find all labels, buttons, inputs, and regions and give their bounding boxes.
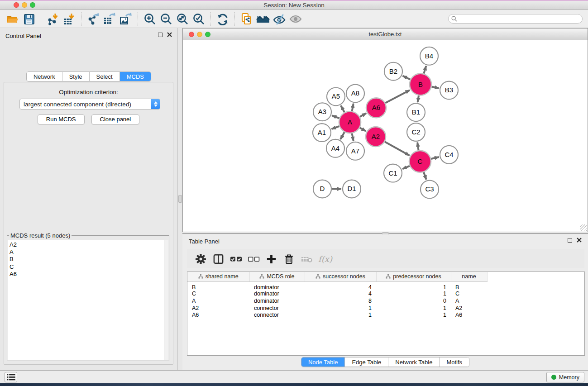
- graph-node-B[interactable]: B: [410, 74, 431, 95]
- graph-node-A7[interactable]: A7: [346, 142, 364, 160]
- column-header-shared-name[interactable]: shared name: [187, 272, 249, 281]
- table-cell[interactable]: 1: [376, 291, 451, 298]
- table-cell[interactable]: dominator: [249, 291, 305, 298]
- graph-edge-B-B1[interactable]: [418, 95, 419, 102]
- graph-edge-A-A6[interactable]: [360, 113, 366, 117]
- run-mcds-button[interactable]: Run MCDS: [38, 114, 85, 124]
- graph-node-D[interactable]: D: [313, 180, 331, 198]
- table-cell[interactable]: A6: [187, 312, 249, 319]
- duplicate-network-button[interactable]: [239, 11, 255, 27]
- table-cell[interactable]: connector: [249, 312, 305, 319]
- search-input[interactable]: [448, 14, 583, 24]
- tab-network-table[interactable]: Network Table: [388, 357, 440, 367]
- table-row[interactable]: Bdominator41B: [187, 281, 584, 291]
- graph-node-C1[interactable]: C1: [384, 164, 402, 182]
- export-table-button[interactable]: [101, 11, 118, 27]
- table-cell[interactable]: 1: [305, 305, 376, 312]
- table-row[interactable]: A6connector11A6: [187, 312, 584, 319]
- mcds-result-scrollbar[interactable]: [164, 240, 168, 360]
- task-history-button[interactable]: [5, 372, 17, 382]
- import-table-button[interactable]: [61, 11, 77, 27]
- tab-style[interactable]: Style: [62, 72, 90, 81]
- table-cell[interactable]: 1: [376, 312, 451, 319]
- hide-graphics-details-button[interactable]: [271, 11, 287, 27]
- network-graph[interactable]: B4B2BB3A8A5A6A3B1AC2A1A2A4A7C4CC1C3DD1: [183, 41, 588, 232]
- table-cell[interactable]: A: [187, 297, 249, 305]
- node-table[interactable]: shared nameMCDS rolesuccessor nodesprede…: [187, 272, 584, 319]
- graph-node-A3[interactable]: A3: [313, 103, 331, 121]
- memory-button[interactable]: Memory: [546, 372, 584, 382]
- graph-node-A1[interactable]: A1: [313, 124, 331, 142]
- graph-edge-C-C4[interactable]: [431, 157, 439, 159]
- column-header-successor-nodes[interactable]: successor nodes: [305, 272, 376, 281]
- graph-node-B4[interactable]: B4: [420, 47, 438, 65]
- save-session-button[interactable]: [21, 11, 37, 27]
- tab-node-table[interactable]: Node Table: [301, 357, 345, 367]
- graph-edge-B-B3[interactable]: [431, 87, 439, 88]
- graph-edge-C-C1[interactable]: [402, 166, 410, 169]
- graph-node-C4[interactable]: C4: [440, 146, 458, 164]
- table-options-button[interactable]: [195, 253, 207, 265]
- graph-node-C2[interactable]: C2: [407, 123, 425, 141]
- graph-edge-A-A2[interactable]: [360, 128, 366, 131]
- mcds-result-item[interactable]: A: [10, 248, 168, 256]
- graph-edge-A-A4[interactable]: [340, 132, 344, 139]
- open-file-button[interactable]: [5, 11, 21, 27]
- graph-edge-A-A8[interactable]: [352, 104, 354, 111]
- table-row[interactable]: Cdominator41C: [187, 291, 584, 298]
- tab-mcds[interactable]: MCDS: [120, 72, 151, 81]
- table-cell[interactable]: A: [451, 297, 487, 305]
- table-header-row[interactable]: shared nameMCDS rolesuccessor nodesprede…: [187, 272, 584, 281]
- column-visibility-button[interactable]: [212, 253, 225, 265]
- table-row[interactable]: A2connector11A2: [187, 305, 584, 312]
- graph-edge-A6-B[interactable]: [385, 90, 410, 103]
- table-cell[interactable]: A2: [187, 305, 249, 312]
- graph-edge-A2-C[interactable]: [385, 142, 409, 155]
- table-cell[interactable]: 4: [305, 291, 376, 298]
- export-network-button[interactable]: [85, 11, 101, 27]
- graph-node-B1[interactable]: B1: [407, 103, 425, 121]
- export-image-button[interactable]: [118, 11, 134, 27]
- network-canvas[interactable]: B4B2BB3A8A5A6A3B1AC2A1A2A4A7C4CC1C3DD1: [183, 41, 588, 232]
- mcds-result-list[interactable]: A2ABCA6: [8, 240, 168, 360]
- graph-edge-B-B2[interactable]: [403, 76, 411, 80]
- table-cell[interactable]: connector: [249, 305, 305, 312]
- close-panel-button[interactable]: Close panel: [91, 114, 140, 124]
- table-cell[interactable]: A6: [451, 312, 487, 319]
- graph-node-D1[interactable]: D1: [343, 180, 361, 198]
- apply-layout-button[interactable]: [215, 11, 231, 27]
- graph-edge-C-C2[interactable]: [417, 143, 418, 150]
- zoom-out-button[interactable]: [158, 11, 174, 27]
- graph-node-A5[interactable]: A5: [327, 88, 345, 106]
- zoom-fit-button[interactable]: [174, 11, 191, 27]
- graph-node-C3[interactable]: C3: [421, 181, 439, 199]
- graph-edge-A-A5[interactable]: [341, 106, 344, 113]
- graph-edge-A-A1[interactable]: [332, 126, 339, 129]
- table-cell[interactable]: B: [451, 281, 487, 291]
- add-row-button[interactable]: [265, 253, 277, 265]
- graph-node-B2[interactable]: B2: [384, 62, 402, 81]
- mcds-result-item[interactable]: A6: [10, 271, 168, 278]
- tab-network[interactable]: Network: [27, 72, 62, 81]
- table-cell[interactable]: dominator: [249, 297, 305, 305]
- vertical-split-handle[interactable]: [178, 195, 182, 203]
- graph-node-B3[interactable]: B3: [440, 81, 458, 100]
- column-header-name[interactable]: name: [451, 272, 487, 281]
- table-cell[interactable]: C: [451, 291, 487, 298]
- table-cell[interactable]: C: [187, 291, 249, 298]
- mcds-result-item[interactable]: B: [10, 256, 168, 263]
- close-panel-icon[interactable]: [167, 32, 172, 37]
- zoom-selected-button[interactable]: [191, 11, 207, 27]
- zoom-in-button[interactable]: [142, 11, 158, 27]
- select-all-button[interactable]: [230, 253, 242, 265]
- criterion-dropdown[interactable]: largest connected component (directed): [19, 99, 160, 110]
- graph-edge-A-A3[interactable]: [332, 115, 339, 118]
- table-cell[interactable]: 0: [376, 297, 451, 305]
- table-cell[interactable]: dominator: [249, 281, 305, 291]
- graph-node-A2[interactable]: A2: [366, 127, 386, 147]
- tab-select[interactable]: Select: [90, 72, 120, 81]
- graph-edge-B-B4[interactable]: [424, 66, 426, 74]
- tab-edge-table[interactable]: Edge Table: [345, 357, 388, 367]
- float-table-panel-icon[interactable]: [568, 238, 572, 243]
- table-cell[interactable]: 1: [376, 281, 451, 291]
